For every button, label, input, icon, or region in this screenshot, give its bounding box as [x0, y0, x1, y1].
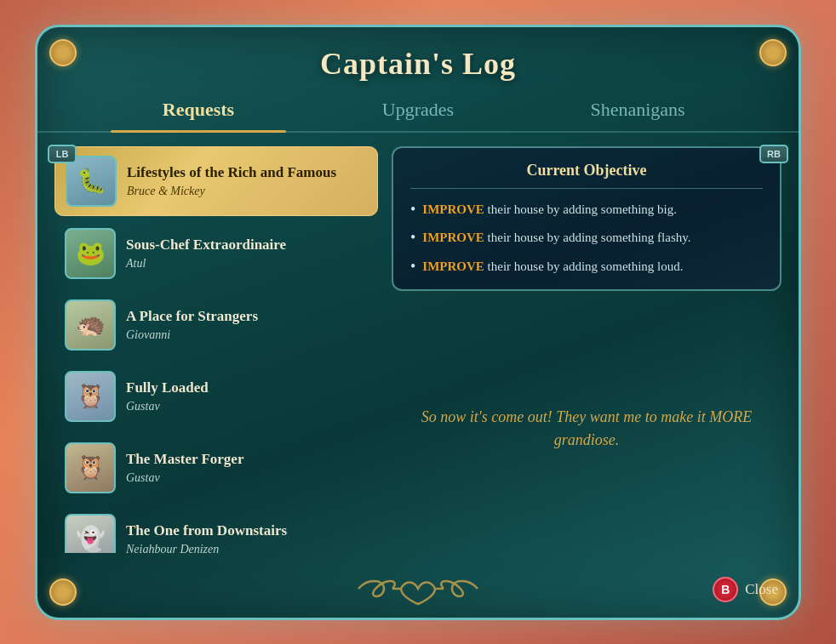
bottom-ornament [37, 567, 799, 618]
objective-highlight-1: IMPROVE [422, 202, 484, 216]
objective-text-1: their house by adding something big. [484, 202, 677, 216]
objective-list: • IMPROVE their house by adding somethin… [410, 201, 763, 276]
quest-title-atul: Sous-Chef Extraordinaire [126, 237, 286, 254]
tab-requests[interactable]: Requests [89, 90, 308, 131]
quest-item-gustav-fully[interactable]: 🦉 Fully Loaded Gustav [54, 362, 378, 430]
quest-item-downstairs[interactable]: 👻 The One from Downstairs Neighbour Deni… [54, 505, 378, 553]
quest-subtitle-atul: Atul [126, 257, 286, 271]
avatar-bruce-mickey: 🐛 [66, 156, 117, 207]
avatar-giovanni: 🦔 [65, 299, 116, 350]
flavor-text-area: So now it's come out! They want me to ma… [392, 305, 782, 552]
quest-title: Lifestyles of the Rich and Famous [127, 164, 336, 181]
avatar-gustav2: 🦉 [65, 442, 116, 493]
quest-title-downstairs: The One from Downstairs [126, 522, 287, 539]
title-area: Captain's Log [37, 27, 799, 90]
quest-subtitle: Bruce & Mickey [127, 185, 336, 198]
quest-title-gustav2: The Master Forger [126, 451, 243, 468]
page-title: Captain's Log [320, 47, 516, 81]
close-button[interactable]: B Close [713, 577, 778, 602]
quest-info: Lifestyles of the Rich and Famous Bruce … [127, 164, 336, 198]
flavor-quote: So now it's come out! They want me to ma… [400, 406, 773, 452]
corner-ornament-tr [759, 39, 787, 66]
close-label: Close [745, 581, 778, 598]
objective-item-1: • IMPROVE their house by adding somethin… [410, 201, 763, 219]
quest-subtitle-downstairs: Neighbour Denizen [126, 543, 287, 553]
corner-ornament-tl [49, 39, 77, 66]
avatar-atul: 🐸 [65, 228, 116, 279]
objective-item-2: • IMPROVE their house by adding somethin… [410, 229, 763, 248]
objective-highlight-3: IMPROVE [422, 259, 484, 273]
avatar-downstairs: 👻 [65, 514, 116, 553]
quest-item-master-forger[interactable]: 🦉 The Master Forger Gustav [54, 434, 378, 502]
objective-item-3: • IMPROVE their house by adding somethin… [410, 258, 763, 276]
ornament-svg [341, 572, 495, 606]
quest-item-giovanni[interactable]: 🦔 A Place for Strangers Giovanni [54, 291, 378, 359]
quest-subtitle-gustav2: Gustav [126, 471, 243, 485]
quest-title-gustav1: Fully Loaded [126, 379, 209, 396]
detail-panel: Current Objective • IMPROVE their house … [392, 146, 782, 553]
objective-text-2: their house by adding something flashy. [484, 231, 691, 244]
quest-item-bruce-mickey[interactable]: 🐛 Lifestyles of the Rich and Famous Bruc… [54, 146, 378, 216]
objective-box: Current Objective • IMPROVE their house … [392, 146, 782, 292]
tab-upgrades[interactable]: Upgrades [308, 90, 528, 131]
avatar-inner: 🐛 [70, 160, 112, 202]
objective-text-3: their house by adding something loud. [484, 259, 684, 273]
rb-button[interactable]: RB [759, 145, 788, 163]
b-button-icon: B [713, 577, 738, 602]
quest-subtitle-gustav1: Gustav [126, 400, 209, 413]
objective-title: Current Objective [410, 162, 763, 189]
quest-subtitle-giovanni: Giovanni [126, 328, 258, 342]
content-area: 🐛 Lifestyles of the Rich and Famous Bruc… [37, 133, 799, 567]
corner-ornament-bl [49, 578, 77, 606]
quest-item-atul[interactable]: 🐸 Sous-Chef Extraordinaire Atul [54, 219, 378, 288]
quest-list: 🐛 Lifestyles of the Rich and Famous Bruc… [54, 146, 378, 553]
objective-highlight-2: IMPROVE [422, 231, 484, 244]
main-panel: LB RB Captain's Log Requests Upgrades Sh… [35, 25, 801, 620]
tabs-bar: Requests Upgrades Shenanigans [37, 90, 799, 133]
quest-title-giovanni: A Place for Strangers [126, 308, 258, 325]
tab-shenanigans[interactable]: Shenanigans [528, 90, 747, 131]
avatar-gustav1: 🦉 [65, 371, 116, 422]
